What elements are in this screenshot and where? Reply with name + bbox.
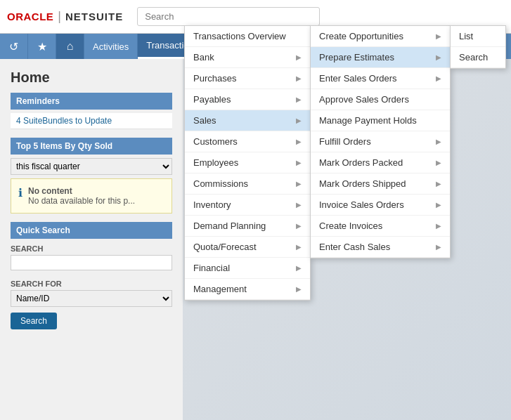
- quick-search-title: Quick Search: [11, 222, 172, 239]
- chevron-right-icon: ▶: [296, 243, 302, 251]
- invoice-sales-orders-item[interactable]: Invoice Sales Orders ▶: [311, 195, 450, 216]
- create-invoices-item[interactable]: Create Invoices ▶: [311, 216, 450, 237]
- page-title: Home: [11, 70, 172, 86]
- chevron-right-icon: ▶: [436, 159, 441, 166]
- create-opportunities-item[interactable]: Create Opportunities ▶: [311, 26, 450, 47]
- inventory-menu-item[interactable]: Inventory ▶: [185, 195, 310, 216]
- quick-search-section: Quick Search SEARCH SEARCH FOR Name/ID S…: [11, 222, 172, 329]
- quick-search-input[interactable]: [11, 255, 172, 270]
- no-content-text: No content No data available for this p.…: [28, 186, 135, 206]
- chevron-right-icon: ▶: [436, 53, 441, 61]
- reminders-section: Reminders 4 SuiteBundles to Update: [11, 93, 172, 129]
- chevron-right-icon: ▶: [296, 117, 302, 124]
- chevron-right-icon: ▶: [436, 32, 441, 40]
- sales-submenu: Create Opportunities ▶ Prepare Estimates…: [310, 25, 451, 258]
- chevron-right-icon: ▶: [436, 243, 441, 251]
- transactions-overview-item[interactable]: Transactions Overview: [185, 26, 310, 47]
- chevron-right-icon: ▶: [296, 180, 302, 188]
- enter-cash-sales-item[interactable]: Enter Cash Sales ▶: [311, 237, 450, 258]
- search-button[interactable]: Search: [11, 313, 57, 329]
- mark-orders-shipped-item[interactable]: Mark Orders Shipped ▶: [311, 173, 450, 195]
- chevron-right-icon: ▶: [436, 201, 441, 209]
- top5-title: Top 5 Items By Qty Sold: [11, 138, 172, 155]
- transactions-dropdown: Transactions Overview Bank ▶ Purchases ▶…: [184, 25, 311, 301]
- estimates-submenu: List Search: [450, 25, 506, 69]
- search-bar[interactable]: [137, 7, 320, 26]
- netsuite-logo: NETSUITE: [65, 11, 123, 22]
- quota-forecast-menu-item[interactable]: Quota/Forecast ▶: [185, 237, 310, 258]
- payables-menu-item[interactable]: Payables ▶: [185, 89, 310, 110]
- chevron-right-icon: ▶: [436, 222, 441, 230]
- no-content-box: ℹ No content No data available for this …: [11, 178, 172, 214]
- chevron-right-icon: ▶: [436, 74, 441, 82]
- history-button[interactable]: ↺: [0, 34, 28, 59]
- management-menu-item[interactable]: Management ▶: [185, 279, 310, 300]
- mark-orders-packed-item[interactable]: Mark Orders Packed ▶: [311, 152, 450, 173]
- prepare-estimates-item[interactable]: Prepare Estimates ▶: [311, 47, 450, 68]
- suitebundles-reminder[interactable]: 4 SuiteBundles to Update: [11, 113, 172, 129]
- home-button[interactable]: ⌂: [56, 34, 84, 59]
- chevron-right-icon: ▶: [296, 159, 302, 166]
- logo: ORACLE | NETSUITE: [7, 9, 123, 24]
- demand-planning-menu-item[interactable]: Demand Planning ▶: [185, 216, 310, 237]
- purchases-menu-item[interactable]: Purchases ▶: [185, 68, 310, 89]
- enter-sales-orders-item[interactable]: Enter Sales Orders ▶: [311, 68, 450, 89]
- approve-sales-orders-item[interactable]: Approve Sales Orders: [311, 89, 450, 110]
- activities-menu[interactable]: Activities: [84, 34, 138, 59]
- info-icon: ℹ: [18, 186, 22, 199]
- top5-period-select[interactable]: this fiscal quarter: [11, 158, 172, 175]
- search-for-select[interactable]: Name/ID: [11, 290, 172, 307]
- reminders-title: Reminders: [11, 93, 172, 110]
- manage-payment-holds-item[interactable]: Manage Payment Holds: [311, 110, 450, 131]
- chevron-right-icon: ▶: [296, 53, 302, 61]
- customers-menu-item[interactable]: Customers ▶: [185, 131, 310, 152]
- employees-menu-item[interactable]: Employees ▶: [185, 152, 310, 173]
- chevron-right-icon: ▶: [296, 138, 302, 145]
- financial-menu-item[interactable]: Financial ▶: [185, 258, 310, 279]
- estimates-list-item[interactable]: List: [451, 26, 505, 47]
- chevron-right-icon: ▶: [436, 180, 441, 188]
- sales-menu-item[interactable]: Sales ▶: [185, 110, 310, 131]
- favorites-button[interactable]: ★: [28, 34, 56, 59]
- chevron-right-icon: ▶: [296, 264, 302, 272]
- chevron-right-icon: ▶: [296, 222, 302, 230]
- chevron-right-icon: ▶: [296, 285, 302, 293]
- sidebar: Home Reminders 4 SuiteBundles to Update …: [0, 59, 183, 420]
- search-for-row: Name/ID: [11, 290, 172, 307]
- chevron-right-icon: ▶: [436, 138, 441, 145]
- chevron-right-icon: ▶: [296, 74, 302, 82]
- top5-section: Top 5 Items By Qty Sold this fiscal quar…: [11, 138, 172, 214]
- search-label: SEARCH: [11, 244, 172, 253]
- search-for-label: SEARCH FOR: [11, 280, 172, 288]
- estimates-search-item[interactable]: Search: [451, 47, 505, 68]
- search-input[interactable]: [137, 7, 320, 26]
- oracle-logo: ORACLE: [7, 11, 53, 22]
- fulfill-orders-item[interactable]: Fulfill Orders ▶: [311, 131, 450, 152]
- bank-menu-item[interactable]: Bank ▶: [185, 47, 310, 68]
- chevron-right-icon: ▶: [296, 96, 302, 103]
- logo-separator: |: [58, 9, 61, 24]
- commissions-menu-item[interactable]: Commissions ▶: [185, 173, 310, 195]
- chevron-right-icon: ▶: [296, 201, 302, 209]
